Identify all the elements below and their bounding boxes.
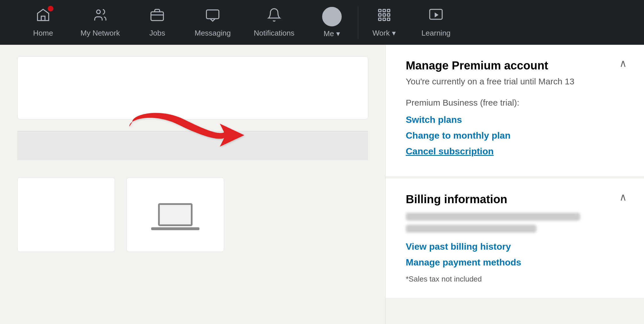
nav-item-learning[interactable]: Learning — [410, 0, 462, 45]
svg-rect-11 — [378, 13, 381, 16]
jobs-icon — [150, 7, 165, 26]
svg-point-1 — [97, 10, 100, 13]
nav-messaging-label: Messaging — [195, 29, 231, 38]
left-panel — [0, 45, 385, 324]
nav-notifications-label: Notifications — [254, 29, 295, 38]
sales-tax-note: *Sales tax not included — [406, 275, 624, 284]
home-icon — [36, 7, 51, 26]
my-network-icon — [93, 7, 108, 26]
svg-rect-8 — [378, 9, 381, 12]
nav-learning-label: Learning — [422, 29, 451, 38]
blurred-billing-line-2 — [406, 225, 537, 233]
svg-marker-18 — [435, 12, 439, 17]
notifications-icon — [267, 7, 282, 26]
home-notification-badge — [48, 6, 53, 11]
work-chevron-icon: ▾ — [392, 29, 396, 38]
nav-mynetwork-label: My Network — [80, 29, 120, 38]
nav-item-my-network[interactable]: My Network — [69, 0, 131, 45]
manage-payment-link[interactable]: Manage payment methods — [406, 257, 624, 268]
svg-rect-9 — [383, 9, 385, 12]
laptop-icon — [158, 203, 193, 226]
work-label-text: Work — [372, 29, 390, 38]
nav-work-label: Work ▾ — [372, 29, 396, 38]
work-icon — [377, 7, 392, 26]
cancel-subscription-link[interactable]: Cancel subscription — [406, 146, 624, 157]
change-monthly-link[interactable]: Change to monthly plan — [406, 130, 624, 141]
svg-rect-10 — [387, 9, 390, 12]
svg-rect-13 — [387, 13, 390, 16]
premium-section-toggle[interactable]: ∧ — [619, 57, 627, 69]
view-billing-history-link[interactable]: View past billing history — [406, 241, 624, 252]
premium-section-title: Manage Premium account — [406, 59, 624, 72]
me-avatar — [322, 7, 342, 26]
bottom-cards-row — [17, 177, 368, 252]
nav-item-jobs[interactable]: Jobs — [131, 0, 183, 45]
svg-rect-4 — [206, 10, 219, 18]
svg-rect-12 — [383, 13, 385, 16]
billing-section: ∧ Billing information View past billing … — [386, 179, 644, 298]
left-gray-bar — [17, 131, 368, 160]
nav-item-home[interactable]: Home — [17, 0, 69, 45]
premium-plan-label: Premium Business (free trial): — [406, 98, 624, 108]
premium-section-subtitle: You're currently on a free trial until M… — [406, 77, 624, 86]
svg-rect-16 — [387, 18, 390, 20]
svg-rect-14 — [378, 18, 381, 20]
premium-section: ∧ Manage Premium account You're currentl… — [386, 45, 644, 176]
navbar: Home My Network Jobs — [0, 0, 644, 45]
switch-plans-link[interactable]: Switch plans — [406, 115, 624, 125]
bottom-card-1 — [17, 177, 115, 252]
nav-item-messaging[interactable]: Messaging — [183, 0, 242, 45]
learning-icon — [428, 7, 443, 26]
nav-item-me[interactable]: Me ▾ — [306, 0, 358, 45]
nav-item-work[interactable]: Work ▾ — [358, 0, 410, 45]
svg-rect-2 — [151, 12, 164, 20]
blurred-billing-line-1 — [406, 213, 580, 221]
right-panel: ∧ Manage Premium account You're currentl… — [385, 45, 644, 324]
me-label-text: Me — [324, 29, 334, 38]
billing-links: View past billing history Manage payment… — [406, 241, 624, 268]
billing-section-toggle[interactable]: ∧ — [619, 191, 627, 203]
nav-home-label: Home — [33, 29, 53, 38]
main-container: ∧ Manage Premium account You're currentl… — [0, 45, 644, 324]
me-chevron-icon: ▾ — [336, 29, 340, 38]
nav-me-label: Me ▾ — [324, 29, 340, 38]
nav-item-notifications[interactable]: Notifications — [242, 0, 306, 45]
svg-rect-15 — [383, 18, 385, 20]
left-content-card — [17, 56, 368, 119]
svg-rect-0 — [41, 16, 45, 20]
bottom-card-2 — [126, 177, 224, 252]
messaging-icon — [205, 7, 220, 26]
nav-jobs-label: Jobs — [149, 29, 165, 38]
billing-section-title: Billing information — [406, 193, 624, 206]
